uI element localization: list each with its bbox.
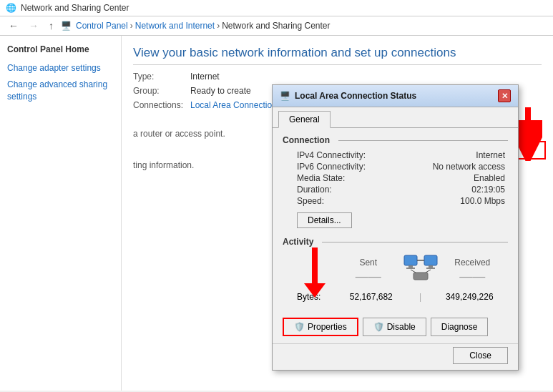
bg-row-type: Type: Internet	[133, 72, 542, 82]
app-icon: 🌐	[6, 3, 16, 13]
properties-button[interactable]: 🛡️ Properties	[283, 318, 358, 336]
svg-line-12	[411, 270, 416, 273]
shield-icon: 🛡️	[294, 322, 305, 332]
details-button[interactable]: Details...	[297, 212, 352, 228]
value-media: Enabled	[397, 172, 508, 184]
sidebar: Control Panel Home Change adapter settin…	[0, 36, 122, 391]
content-area: View your basic network information and …	[122, 36, 553, 391]
forward-button[interactable]: →	[26, 19, 41, 33]
dialog-title: Local Area Connection Status	[295, 91, 416, 101]
received-bytes: 349,249,226	[439, 292, 501, 302]
value-duration: 02:19:05	[397, 184, 508, 195]
app-title: Network and Sharing Center	[21, 3, 129, 13]
value-speed: 100.0 Mbps	[397, 195, 508, 207]
dialog-close-button[interactable]: ✕	[498, 89, 511, 102]
label-ipv6: IPv6 Connectivity:	[283, 161, 397, 172]
back-button[interactable]: ←	[6, 19, 21, 33]
breadcrumb: Control Panel › Network and Internet › N…	[76, 21, 331, 31]
dialog-icon: 🖥️	[280, 91, 290, 101]
page-title: View your basic network information and …	[133, 46, 542, 65]
label-media: Media State:	[283, 172, 397, 184]
network-computers-icon	[403, 254, 439, 288]
title-bar: 🌐 Network and Sharing Center	[0, 0, 553, 16]
breadcrumb-network-internet[interactable]: Network and Internet	[135, 21, 215, 31]
bytes-separator: |	[403, 292, 439, 302]
breadcrumb-control-panel[interactable]: Control Panel	[76, 21, 128, 31]
activity-sent-col: Sent ——	[340, 258, 397, 284]
table-row: IPv4 Connectivity: Internet	[283, 150, 508, 161]
close-button[interactable]: Close	[453, 347, 508, 364]
shield-icon-disable: 🛡️	[373, 322, 384, 332]
diagnose-button[interactable]: Diagnose	[431, 318, 489, 336]
dialog-local-area-connection-status[interactable]: 🖥️ Local Area Connection Status ✕ Genera…	[272, 84, 519, 371]
bytes-row: Bytes: 52,167,682 | 349,249,226	[283, 290, 508, 306]
value-ipv6: No network access	[397, 161, 508, 172]
tab-strip: General	[273, 107, 518, 128]
action-buttons: 🛡️ Properties 🛡️ Disable Diagnose	[273, 313, 518, 343]
up-button[interactable]: ↑	[46, 19, 57, 33]
activity-section-header: Activity	[283, 237, 508, 247]
activity-received-col: Received ——	[444, 258, 501, 284]
svg-line-13	[426, 270, 431, 273]
table-row: Duration: 02:19:05	[283, 184, 508, 195]
address-bar: ← → ↑ 🖥️ Control Panel › Network and Int…	[0, 16, 553, 36]
svg-rect-9	[426, 268, 435, 269]
main-container: Control Panel Home Change adapter settin…	[0, 36, 553, 391]
received-label: Received	[444, 258, 501, 268]
nav-icon: 🖥️	[61, 21, 72, 31]
value-ipv4: Internet	[397, 150, 508, 161]
sidebar-item-adapter-settings[interactable]: Change adapter settings	[7, 63, 114, 73]
svg-rect-11	[413, 273, 428, 280]
disable-button[interactable]: 🛡️ Disable	[363, 318, 426, 336]
label-duration: Duration:	[283, 184, 397, 195]
dialog-title-bar: 🖥️ Local Area Connection Status ✕	[273, 85, 518, 107]
sent-label: Sent	[340, 258, 397, 268]
connection-section-header: Connection	[283, 135, 508, 145]
activity-section: Activity Sent ——	[283, 237, 508, 306]
sent-bytes: 52,167,682	[340, 292, 403, 302]
svg-rect-4	[404, 255, 417, 265]
dialog-footer: Close	[273, 343, 518, 370]
local-area-connection-link[interactable]: Local Area Connection	[190, 100, 277, 110]
label-ipv4: IPv4 Connectivity:	[283, 150, 397, 161]
connection-info-table: IPv4 Connectivity: Internet IPv6 Connect…	[283, 150, 508, 207]
svg-rect-7	[424, 255, 437, 265]
table-row: Speed: 100.0 Mbps	[283, 195, 508, 207]
table-row: Media State: Enabled	[283, 172, 508, 184]
dialog-body: Connection IPv4 Connectivity: Internet I…	[273, 128, 518, 313]
bytes-label: Bytes:	[297, 292, 340, 302]
tab-general[interactable]: General	[278, 111, 331, 128]
breadcrumb-current: Network and Sharing Center	[222, 21, 330, 31]
label-speed: Speed:	[283, 195, 397, 207]
sidebar-title: Control Panel Home	[7, 44, 114, 54]
svg-rect-6	[406, 268, 415, 269]
sidebar-item-advanced-sharing[interactable]: Change advanced sharing settings	[7, 79, 114, 103]
table-row: IPv6 Connectivity: No network access	[283, 161, 508, 172]
